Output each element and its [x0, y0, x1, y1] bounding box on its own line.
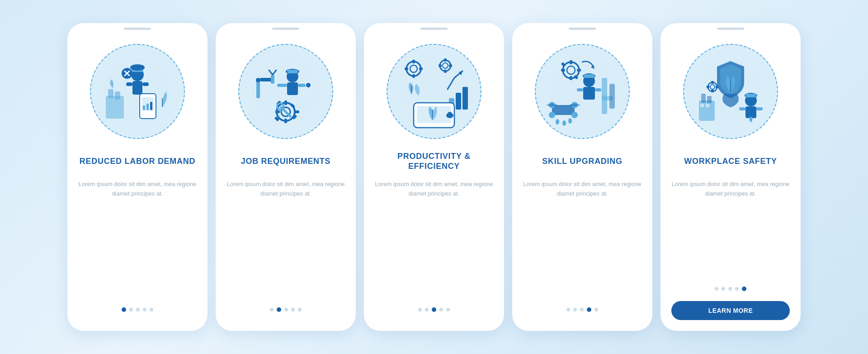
svg-rect-73	[570, 76, 572, 80]
dot-2	[277, 307, 281, 312]
svg-point-94	[569, 104, 580, 106]
svg-rect-107	[745, 94, 756, 97]
dot-3	[580, 308, 584, 311]
card-title-productivity: PRODUCTIVITY & EFFICIENCY	[375, 150, 493, 172]
dot-1	[418, 308, 422, 311]
learn-more-button[interactable]: LEARN MORE	[671, 301, 790, 320]
card-title-workplace-safety: WORKPLACE SAFETY	[684, 150, 777, 172]
svg-rect-50	[412, 74, 415, 78]
dot-2	[573, 308, 577, 311]
svg-point-54	[443, 63, 448, 68]
svg-rect-81	[584, 74, 594, 78]
svg-rect-62	[462, 87, 468, 110]
card-productivity: PRODUCTIVITY & EFFICIENCY Lorem ipsum do…	[364, 23, 504, 331]
dot-4	[735, 287, 739, 291]
svg-rect-16	[143, 105, 145, 110]
illustration-productivity	[387, 44, 481, 139]
svg-rect-30	[287, 82, 298, 95]
svg-rect-21	[256, 80, 260, 98]
svg-rect-39	[275, 110, 280, 113]
svg-rect-82	[583, 87, 595, 100]
dots-job-requirements	[270, 307, 302, 312]
svg-point-91	[549, 112, 555, 118]
svg-rect-108	[745, 106, 756, 118]
card-title-skill-upgrading: SKILL UPGRADING	[542, 150, 622, 172]
svg-rect-116	[716, 86, 718, 88]
svg-rect-101	[701, 94, 706, 103]
svg-rect-114	[711, 90, 714, 92]
svg-point-24	[256, 78, 260, 82]
svg-point-97	[568, 118, 572, 124]
svg-rect-113	[711, 81, 714, 84]
svg-rect-58	[449, 64, 452, 67]
card-title-reduced-labor: REDUCED LABOR DEMAND	[80, 150, 195, 172]
svg-point-95	[556, 119, 559, 124]
svg-point-92	[571, 112, 578, 118]
svg-rect-12	[126, 82, 132, 86]
dot-5	[298, 308, 302, 311]
svg-rect-68	[448, 112, 452, 117]
svg-point-32	[306, 82, 311, 88]
svg-rect-61	[456, 93, 461, 110]
svg-rect-49	[412, 60, 415, 63]
svg-point-112	[710, 85, 715, 89]
dot-1	[566, 308, 570, 311]
svg-rect-115	[707, 86, 709, 88]
svg-rect-36	[284, 100, 287, 105]
card-title-job-requirements: JOB REQUIREMENTS	[241, 150, 331, 172]
dot-5	[446, 308, 450, 311]
svg-point-48	[410, 65, 417, 72]
svg-rect-102	[707, 96, 712, 103]
dot-3	[728, 287, 732, 291]
illustration-skill-upgrading	[535, 44, 630, 139]
dot-2	[722, 287, 725, 291]
svg-rect-83	[577, 88, 583, 91]
svg-rect-52	[419, 67, 423, 70]
dot-3	[284, 308, 288, 311]
dot-5	[150, 308, 153, 311]
dot-4	[587, 307, 591, 312]
svg-rect-84	[595, 88, 601, 91]
svg-rect-33	[277, 84, 287, 87]
dot-2	[129, 308, 133, 311]
dots-workplace-safety	[715, 287, 746, 291]
svg-point-96	[562, 120, 566, 126]
dot-5	[742, 287, 746, 291]
svg-rect-103	[700, 104, 704, 107]
svg-rect-17	[146, 104, 149, 110]
card-workplace-safety: WORKPLACE SAFETY Lorem ipsum dolor sit d…	[660, 23, 801, 331]
card-desc-job-requirements: Lorem ipsum dolor sit dim amet, mea regi…	[226, 180, 345, 299]
card-desc-productivity: Lorem ipsum dolor sit dim amet, mea regi…	[375, 180, 493, 299]
svg-point-93	[547, 104, 557, 106]
svg-rect-87	[609, 84, 615, 109]
card-job-requirements: JOB REQUIREMENTS Lorem ipsum dolor sit d…	[216, 23, 356, 331]
svg-rect-100	[699, 100, 715, 121]
svg-rect-38	[295, 110, 299, 113]
svg-rect-1	[106, 96, 124, 119]
svg-rect-29	[287, 70, 298, 73]
dot-1	[270, 308, 274, 311]
cards-container: REDUCED LABOR DEMAND Lorem ipsum dolor s…	[58, 14, 810, 340]
dot-2	[425, 308, 429, 311]
dot-4	[439, 308, 443, 311]
svg-rect-3	[115, 91, 120, 100]
svg-rect-55	[444, 58, 447, 62]
dot-3	[432, 307, 436, 312]
svg-rect-75	[577, 69, 581, 72]
card-skill-upgrading: SKILL UPGRADING Lorem ipsum dolor sit di…	[512, 23, 652, 331]
dots-productivity	[418, 307, 450, 312]
dot-5	[594, 308, 598, 311]
illustration-reduced-labor	[90, 44, 185, 139]
svg-rect-56	[444, 70, 447, 73]
illustration-workplace-safety	[683, 44, 778, 139]
svg-rect-23	[271, 75, 274, 84]
card-desc-workplace-safety: Lorem ipsum dolor sit dim amet, mea regi…	[671, 180, 790, 278]
svg-rect-2	[108, 89, 113, 98]
dot-1	[715, 287, 718, 291]
svg-rect-10	[133, 66, 142, 69]
dot-1	[122, 307, 126, 312]
dot-3	[136, 308, 140, 311]
card-reduced-labor: REDUCED LABOR DEMAND Lorem ipsum dolor s…	[67, 23, 208, 331]
svg-rect-74	[561, 69, 565, 72]
svg-rect-13	[142, 82, 149, 86]
